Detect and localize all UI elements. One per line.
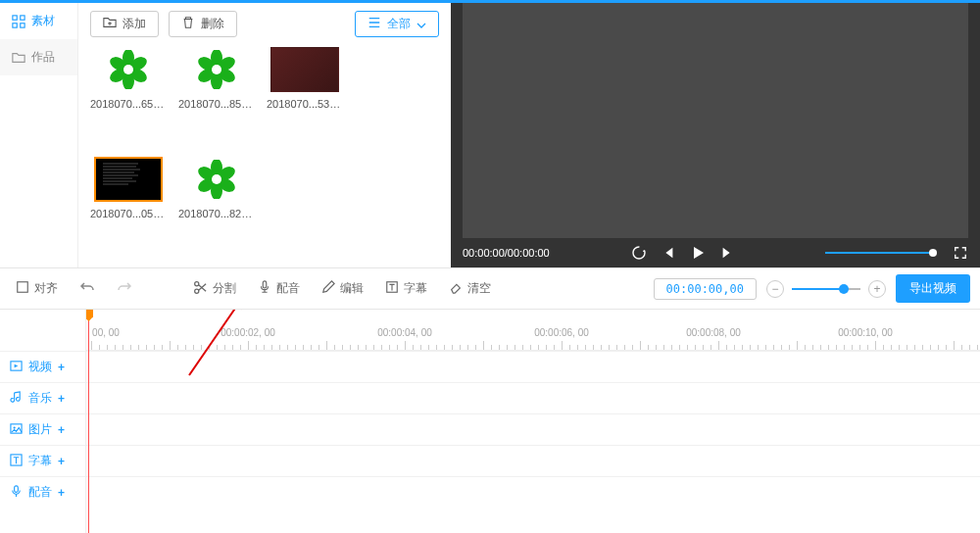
loop-icon[interactable] [631, 245, 647, 261]
asset-item[interactable]: 2018070...857.mp4 [178, 47, 255, 110]
align-button[interactable]: 对齐 [10, 276, 64, 301]
text-icon [385, 280, 399, 297]
asset-thumbnail [182, 47, 251, 92]
music-icon [10, 391, 23, 407]
playhead[interactable] [88, 310, 89, 533]
subtitle-button[interactable]: 字幕 [379, 276, 433, 301]
split-button[interactable]: 分割 [187, 276, 242, 302]
sidebar-item-assets[interactable]: 素材 [0, 3, 77, 39]
export-button[interactable]: 导出视频 [896, 274, 970, 303]
preview-progress[interactable] [825, 252, 933, 254]
zoom-out-button[interactable]: − [766, 280, 784, 298]
add-button[interactable]: 添加 [90, 11, 159, 37]
asset-name: 2018070...857.mp4 [178, 98, 255, 110]
image-icon [10, 422, 23, 438]
svg-rect-34 [18, 282, 28, 293]
undo-button[interactable] [74, 275, 101, 302]
asset-item[interactable]: 2018070...536.mp4 [267, 47, 343, 110]
sidebar-item-works[interactable]: 作品 [0, 39, 77, 75]
asset-name: 2018070...536.mp4 [267, 98, 343, 110]
svg-rect-1 [21, 15, 24, 19]
track-label-video[interactable]: 视频+ [0, 351, 85, 382]
text-icon [10, 454, 23, 469]
preview-time-label: 00:00:00/00:00:00 [463, 247, 550, 259]
svg-rect-37 [263, 281, 267, 288]
play-icon[interactable] [690, 245, 706, 261]
track-row[interactable] [86, 382, 980, 413]
chevron-down-icon [416, 18, 426, 31]
svg-point-10 [123, 65, 133, 74]
svg-rect-2 [13, 23, 17, 26]
svg-point-17 [212, 65, 221, 74]
pencil-icon [321, 280, 335, 297]
grid-icon [12, 15, 25, 28]
plus-icon: + [58, 455, 65, 468]
track-row[interactable] [86, 445, 980, 476]
asset-area: 添加 删除 全部 2018070...653.mp4 [78, 3, 451, 267]
align-icon [16, 280, 29, 297]
filter-button[interactable]: 全部 [355, 11, 439, 37]
timeline-ruler[interactable]: 00, 00 00:00:02, 00 00:00:04, 00 00:00:0… [86, 310, 980, 351]
folder-plus-icon [103, 16, 117, 32]
track-row[interactable] [86, 413, 980, 445]
asset-item[interactable]: 2018070...053.mp4 [90, 157, 167, 219]
sidebar-item-label: 素材 [31, 13, 55, 29]
svg-point-32 [212, 174, 221, 184]
plus-icon: + [58, 392, 65, 406]
preview-panel: 00:00:00/00:00:00 [451, 3, 980, 267]
video-icon [10, 360, 23, 375]
list-icon [368, 16, 381, 32]
fullscreen-icon[interactable] [953, 245, 968, 261]
asset-item[interactable]: 2018070...826.mp4 [178, 157, 255, 219]
asset-thumbnail [182, 157, 251, 202]
clear-button[interactable]: 清空 [443, 276, 497, 301]
eraser-icon [449, 280, 463, 297]
mic-icon [10, 485, 23, 501]
scissors-icon [193, 280, 208, 298]
timeline-time-display: 00:00:00,00 [654, 278, 757, 300]
track-row[interactable] [86, 476, 980, 508]
redo-button[interactable] [111, 275, 138, 302]
track-label-image[interactable]: 图片+ [0, 413, 85, 445]
svg-rect-43 [15, 485, 19, 492]
undo-icon [79, 279, 95, 298]
dub-button[interactable]: 配音 [252, 276, 306, 301]
track-label-dub[interactable]: 配音+ [0, 476, 85, 508]
track-labels: 视频+ 音乐+ 图片+ 字幕+ 配音+ [0, 310, 86, 533]
sidebar: 素材 作品 [0, 3, 78, 267]
asset-grid: 2018070...653.mp4 2018070...857.mp4 2018… [90, 47, 439, 219]
track-label-subtitle[interactable]: 字幕+ [0, 445, 85, 476]
timeline-tracks[interactable]: 00, 00 00:00:02, 00 00:00:04, 00 00:00:0… [86, 310, 980, 533]
sidebar-item-label: 作品 [31, 49, 55, 66]
delete-button[interactable]: 删除 [169, 11, 237, 37]
svg-point-41 [14, 426, 16, 428]
svg-rect-3 [21, 23, 24, 26]
asset-thumbnail [270, 47, 339, 92]
track-row[interactable] [86, 351, 980, 382]
svg-point-35 [195, 281, 199, 285]
asset-name: 2018070...653.mp4 [90, 98, 167, 110]
preview-screen [463, 3, 968, 238]
folder-icon [12, 51, 25, 65]
svg-point-36 [195, 289, 199, 293]
asset-thumbnail [94, 157, 163, 202]
plus-icon: + [58, 486, 65, 500]
track-label-music[interactable]: 音乐+ [0, 382, 85, 413]
trash-icon [181, 16, 195, 32]
next-icon[interactable] [719, 245, 735, 261]
prev-icon[interactable] [661, 245, 676, 261]
redo-icon [117, 279, 132, 298]
plus-icon: + [58, 423, 65, 437]
mic-icon [258, 280, 271, 297]
svg-point-33 [633, 247, 645, 259]
svg-rect-0 [13, 15, 17, 19]
zoom-in-button[interactable]: + [868, 280, 886, 298]
editor-toolbar: 对齐 分割 配音 编辑 字幕 清空 00:00:00,00 − + 导出视频 [0, 268, 980, 310]
plus-icon: + [58, 361, 65, 374]
asset-thumbnail [94, 47, 163, 92]
asset-name: 2018070...053.mp4 [90, 208, 167, 219]
asset-name: 2018070...826.mp4 [178, 208, 255, 219]
zoom-slider[interactable] [792, 288, 860, 290]
asset-item[interactable]: 2018070...653.mp4 [90, 47, 167, 110]
edit-button[interactable]: 编辑 [316, 276, 369, 301]
